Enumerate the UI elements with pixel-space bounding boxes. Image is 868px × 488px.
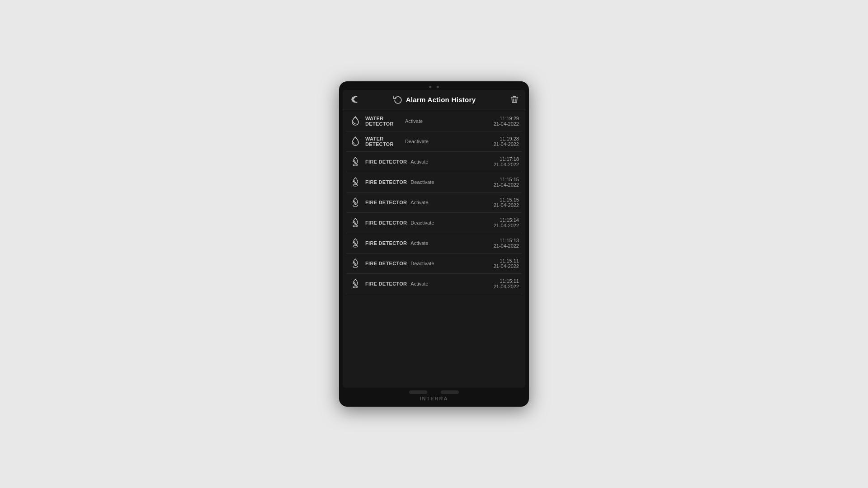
item-name: WATERDETECTOR [365, 136, 401, 147]
list-item: FIRE DETECTORActivate11:17:1821-04-2022 [346, 152, 522, 172]
header: Alarm Action History [343, 90, 525, 109]
fire-detector-icon [349, 216, 362, 229]
item-name: WATERDETECTOR [365, 116, 401, 127]
svg-point-10 [353, 245, 358, 247]
list-item: FIRE DETECTORActivate11:15:1321-04-2022 [346, 233, 522, 253]
item-name: FIRE DETECTOR [365, 220, 407, 225]
list-item: WATERDETECTORActivate11:19:2921-04-2022 [346, 111, 522, 131]
item-name: FIRE DETECTOR [365, 261, 407, 266]
item-datetime: 11:15:1121-04-2022 [494, 278, 519, 289]
svg-point-3 [354, 138, 354, 139]
list-item: WATERDETECTORDeactivate11:19:2821-04-202… [346, 131, 522, 152]
item-action: Activate [405, 118, 490, 124]
fire-detector-icon [349, 237, 362, 249]
device-frame: Alarm Action History WATERDETECTORActiva [339, 81, 529, 407]
item-datetime: 11:15:1121-04-2022 [494, 258, 519, 269]
list-item: FIRE DETECTORActivate11:15:1521-04-2022 [346, 192, 522, 213]
refresh-icon [393, 95, 402, 104]
svg-point-5 [356, 138, 357, 139]
list-item: FIRE DETECTORActivate11:15:1121-04-2022 [346, 274, 522, 294]
fire-detector-icon [349, 277, 362, 290]
item-datetime: 11:15:1521-04-2022 [494, 177, 519, 188]
dot-left [429, 86, 431, 88]
fire-detector-icon [349, 176, 362, 188]
item-action: Activate [410, 240, 490, 246]
item-action: Deactivate [410, 261, 490, 266]
top-indicators [429, 86, 439, 88]
water-detector-icon [349, 135, 362, 148]
screen: Alarm Action History WATERDETECTORActiva [343, 90, 525, 388]
svg-point-9 [353, 225, 358, 227]
dot-right [437, 86, 439, 88]
device-bottom: INTERRA [343, 388, 525, 403]
page-title: Alarm Action History [406, 96, 476, 103]
item-name: FIRE DETECTOR [365, 200, 407, 205]
item-name: FIRE DETECTOR [365, 281, 407, 286]
bottom-btn-right[interactable] [441, 390, 459, 394]
svg-point-1 [355, 117, 356, 118]
item-datetime: 11:19:2921-04-2022 [494, 116, 519, 127]
item-action: Activate [410, 159, 490, 164]
brand-label: INTERRA [420, 396, 448, 401]
svg-point-2 [356, 118, 357, 119]
item-action: Activate [410, 200, 490, 205]
fire-detector-icon [349, 155, 362, 168]
fire-detector-icon [349, 257, 362, 270]
fire-detector-icon [349, 196, 362, 209]
svg-point-0 [354, 118, 354, 119]
item-action: Deactivate [410, 179, 490, 185]
item-name: FIRE DETECTOR [365, 159, 407, 164]
svg-point-8 [353, 205, 358, 206]
item-datetime: 11:15:1421-04-2022 [494, 217, 519, 228]
bottom-buttons [409, 390, 459, 394]
svg-point-4 [355, 137, 356, 138]
svg-point-11 [353, 266, 358, 267]
bottom-btn-left[interactable] [409, 390, 427, 394]
item-datetime: 11:19:2821-04-2022 [494, 136, 519, 147]
item-datetime: 11:17:1821-04-2022 [494, 156, 519, 167]
history-list: WATERDETECTORActivate11:19:2921-04-2022 … [343, 109, 525, 388]
list-item: FIRE DETECTORDeactivate11:15:1521-04-202… [346, 172, 522, 192]
item-action: Deactivate [410, 220, 490, 225]
item-datetime: 11:15:1321-04-2022 [494, 238, 519, 249]
list-item: FIRE DETECTORDeactivate11:15:1121-04-202… [346, 253, 522, 274]
list-item: FIRE DETECTORDeactivate11:15:1421-04-202… [346, 213, 522, 233]
item-name: FIRE DETECTOR [365, 240, 407, 246]
svg-point-12 [353, 286, 358, 288]
back-button[interactable] [349, 94, 359, 104]
delete-button[interactable] [510, 95, 519, 104]
item-datetime: 11:15:1521-04-2022 [494, 197, 519, 208]
svg-point-7 [353, 184, 358, 186]
item-action: Activate [410, 281, 490, 286]
svg-point-6 [353, 164, 358, 166]
item-name: FIRE DETECTOR [365, 179, 407, 185]
water-detector-icon [349, 115, 362, 127]
item-action: Deactivate [405, 139, 490, 144]
